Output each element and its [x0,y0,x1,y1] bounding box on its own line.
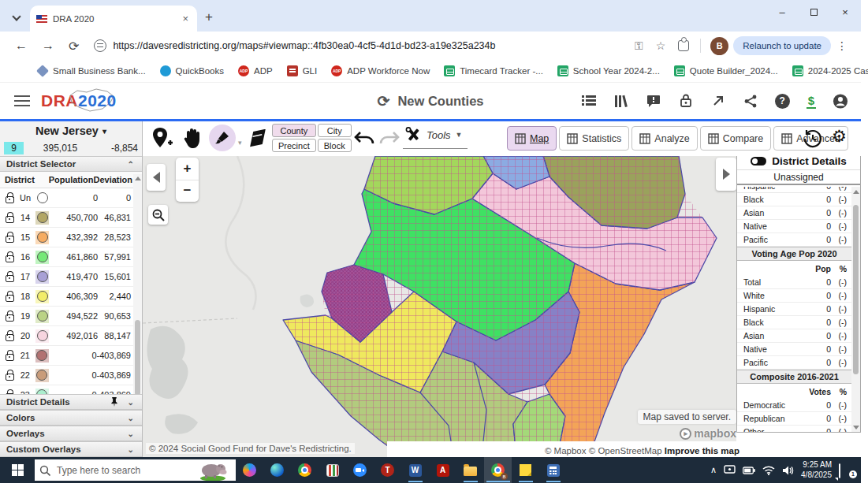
district-color-swatch[interactable] [35,290,49,303]
district-color-swatch[interactable] [35,211,49,225]
extensions-icon[interactable] [678,40,689,51]
password-key-icon[interactable]: ⚿ [628,39,650,53]
bookmark-item[interactable]: QuickBooks [160,65,224,76]
tray-expand-icon[interactable]: ∧ [710,465,717,475]
close-button[interactable]: × [829,0,861,24]
district-row[interactable]: 16 461,860 57,991 [0,247,142,267]
scroll-up-icon[interactable] [853,190,859,194]
bookmark-item[interactable]: ADP Workforce Now [331,65,430,76]
start-button[interactable] [0,457,35,483]
relaunch-button[interactable]: Relaunch to update [733,36,831,55]
lock-icon[interactable] [6,295,14,302]
current-district-badge[interactable]: 9 [4,142,24,154]
taskbar-app-stripes[interactable] [319,457,346,483]
lock-icon[interactable] [6,275,14,282]
browser-tab[interactable]: DRA 2020 × [30,6,197,32]
toggle-icon[interactable] [751,157,766,165]
bookmark-item[interactable]: 2024-2025 Cash Flo... [792,65,868,76]
back-icon[interactable]: ← [8,39,35,53]
menu-icon[interactable] [14,95,30,106]
monitor-icon[interactable] [724,465,736,475]
share-icon[interactable] [743,93,758,109]
lock-icon[interactable] [6,374,14,381]
granularity-button[interactable]: City [318,124,352,137]
taskbar-app-copilot[interactable] [236,457,263,483]
zoom-out-button[interactable]: − [176,180,199,203]
tab-search-button[interactable] [6,7,27,28]
help-icon[interactable]: ? [775,94,790,109]
donate-icon[interactable]: $ [807,94,816,109]
settings-gear-icon[interactable]: ⚙ [832,127,847,146]
district-row[interactable]: 22 0 -403,869 [0,366,142,385]
site-settings-icon[interactable] [94,39,106,52]
granularity-button[interactable]: County [272,124,316,137]
taskbar-app-chrome[interactable] [291,457,319,483]
bookmark-star-icon[interactable]: ☆ [650,39,672,52]
redo-icon[interactable] [379,131,400,147]
feedback-icon[interactable] [646,93,661,109]
new-tab-button[interactable]: + [205,9,213,25]
account-icon[interactable] [833,93,848,109]
district-row[interactable]: 20 492,016 88,147 [0,326,142,346]
district-color-swatch[interactable] [35,369,49,382]
district-row[interactable]: 14 450,700 46,831 [0,208,142,228]
district-color-swatch[interactable] [35,192,49,205]
district-row[interactable]: 19 494,522 90,653 [0,307,142,326]
district-color-swatch[interactable] [35,310,49,323]
district-row[interactable]: 15 432,392 28,523 [0,228,142,247]
taskbar-app-edge[interactable] [263,457,291,483]
bookmark-item[interactable]: Small Business Bank... [37,65,146,76]
district-color-swatch[interactable] [35,270,49,284]
scrollbar-thumb[interactable] [853,205,859,374]
scrollbar-thumb[interactable] [135,320,140,396]
speaker-icon[interactable] [782,466,794,475]
view-tab[interactable]: Analyze [631,126,697,151]
bookmark-item[interactable]: Quote Builder_2024... [674,65,778,76]
tab-close-icon[interactable]: × [180,13,191,24]
bookmark-item[interactable]: GLI [287,65,318,76]
panel-district-details[interactable]: District Details ⌄ [0,394,142,410]
panel-overlays[interactable]: Overlays⌄ [0,426,142,441]
taskbar-clock[interactable]: 9:25 AM 4/8/2025 [801,460,832,480]
taskbar-app-word[interactable]: W [401,457,429,483]
wifi-icon[interactable] [762,466,775,475]
lock-icon[interactable] [6,196,14,203]
district-selector-header[interactable]: District Selector ⌃ [0,156,142,172]
bookmark-item[interactable]: Timecard Tracker -... [444,65,543,76]
district-color-swatch[interactable] [35,231,49,244]
lock-icon[interactable] [6,216,14,223]
add-point-icon[interactable] [151,127,173,151]
maximize-button[interactable] [798,0,829,24]
bookmark-item[interactable]: School Year 2024-2... [557,65,660,76]
granularity-button[interactable]: Block [318,139,352,152]
taskbar-app-t[interactable]: T [374,457,401,483]
district-color-swatch[interactable] [35,251,49,264]
view-tab[interactable]: Compare [700,126,771,151]
panel-colors[interactable]: Colors⌄ [0,410,142,426]
lock-icon[interactable] [6,334,14,341]
action-center-button[interactable]: 1 [839,464,855,477]
lock-icon[interactable] [6,354,14,361]
taskbar-app-calculator[interactable] [539,457,567,483]
pin-icon[interactable] [110,397,118,407]
view-tab[interactable]: Statistics [559,126,629,151]
taskbar-app-sticky[interactable] [512,457,539,483]
tools-menu[interactable]: Tools ▼ [403,126,468,149]
zoom-in-button[interactable]: + [176,158,199,180]
zoom-to-extent-button[interactable] [148,205,168,225]
expand-right-panel-button[interactable] [716,158,736,191]
scroll-down-icon[interactable] [853,426,859,429]
view-tab[interactable]: Map [507,126,557,151]
taskbar-search[interactable]: Type here to search [35,459,236,481]
district-row[interactable]: 21 0 -403,869 [0,346,142,366]
history-icon[interactable] [803,129,822,148]
bookmark-item[interactable]: ADP [238,65,273,76]
brush-options-icon[interactable]: ▾ [238,139,242,147]
collapse-left-panel-button[interactable] [147,164,166,191]
district-color-swatch[interactable] [35,349,49,363]
pan-hand-icon[interactable] [182,127,203,151]
panel-custom-overlays[interactable]: Custom Overlays⌄ [0,441,142,457]
eraser-icon[interactable] [247,129,269,148]
mapbox-logo[interactable]: ▸ mapbox [680,427,736,440]
taskbar-app-explorer[interactable] [456,457,484,483]
